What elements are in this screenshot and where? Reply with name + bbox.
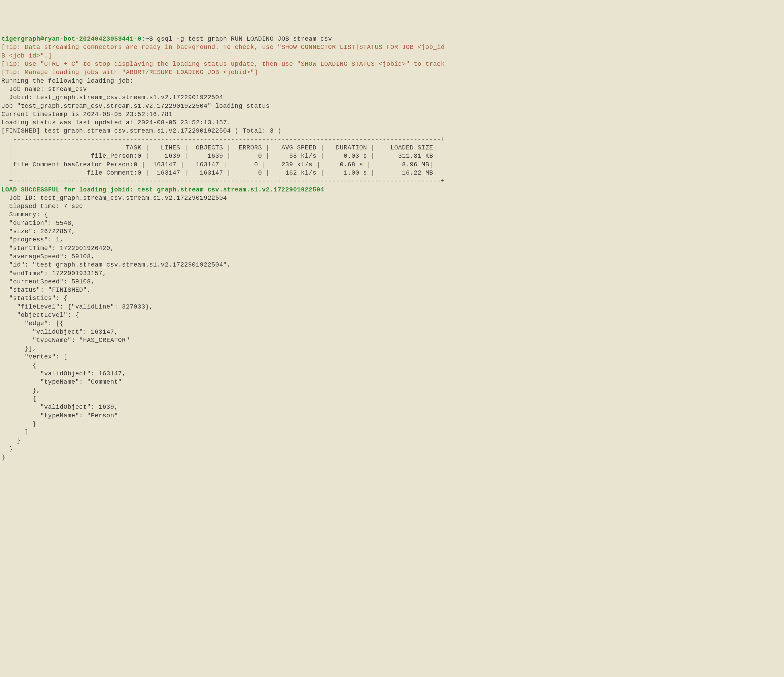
vertex-open: "vertex": [ [2, 353, 67, 360]
summary-averagespeed: "averageSpeed": 59108, [2, 253, 95, 260]
table-row-3: | file_Comment:0 | 163147 | 163147 | 0 |… [2, 169, 437, 176]
tip-line-1: [Tip: Data streaming connectors are read… [2, 44, 445, 51]
job-status: Job "test_graph.stream_csv.stream.s1.v2.… [2, 103, 270, 109]
objectlevel-close: } [2, 437, 21, 444]
prompt-separator: : [142, 36, 145, 42]
objectlevel-open: "objectLevel": { [2, 312, 79, 318]
tip-line-4: [Tip: Manage loading jobs with "ABORT/RE… [2, 69, 258, 76]
summary-open: Summary: { [2, 211, 48, 218]
edge-typename: "typeName": "HAS_CREATOR" [2, 337, 130, 344]
table-border-bottom: +---------------------------------------… [2, 178, 445, 184]
summary-id: "id": "test_graph.stream_csv.stream.s1.v… [2, 261, 231, 268]
summary-duration: "duration": 5548, [2, 220, 75, 226]
vertex1-open: { [2, 362, 36, 369]
summary-currentspeed: "currentSpeed": 59108, [2, 278, 95, 285]
edge-close: }], [2, 345, 36, 352]
table-header: | TASK | LINES | OBJECTS | ERRORS | AVG … [2, 144, 437, 151]
edge-validobject: "validObject": 163147, [2, 329, 118, 335]
summary-progress: "progress": 1, [2, 236, 64, 243]
running-header: Running the following loading job: [2, 78, 134, 84]
terminal-output: tigergraph@ryan-bot-20240423053441-0:~$ … [2, 35, 782, 462]
tip-line-3: [Tip: Use "CTRL + C" to stop displaying … [2, 61, 445, 67]
summary-size: "size": 26722857, [2, 228, 75, 235]
summary-close: } [2, 454, 5, 461]
loading-status-updated: Loading status was last updated at 2024-… [2, 119, 231, 126]
table-border-top: +---------------------------------------… [2, 136, 445, 143]
prompt-user: tigergraph@ryan-bot-20240423053441-0 [2, 36, 142, 42]
vertex1-validobject: "validObject": 163147, [2, 370, 126, 377]
command-text: gsql -g test_graph RUN LOADING JOB strea… [157, 36, 332, 42]
job-id: Jobid: test_graph.stream_csv.stream.s1.v… [2, 94, 223, 101]
current-timestamp: Current timestamp is 2024-08-05 23:52:16… [2, 111, 173, 118]
summary-endtime: "endTime": 1722901933157, [2, 270, 106, 277]
summary-starttime: "startTime": 1722901926420, [2, 245, 114, 252]
vertex2-close: } [2, 420, 36, 427]
detail-elapsed: Elapsed time: 7 sec [2, 203, 83, 210]
job-name: Job name: stream_csv [2, 86, 87, 93]
vertex-close: ] [2, 429, 28, 435]
vertex2-typename: "typeName": "Person" [2, 412, 118, 419]
vertex1-typename: "typeName": "Comment" [2, 378, 122, 385]
tip-line-2: B <job_id>".] [2, 52, 52, 59]
statistics-close: } [2, 446, 13, 452]
vertex2-open: { [2, 395, 36, 402]
prompt-path: ~ [145, 36, 149, 42]
prompt-dollar: $ [149, 36, 157, 42]
vertex1-close: }, [2, 387, 40, 394]
finished-status: [FINISHED] test_graph.stream_csv.stream.… [2, 128, 282, 134]
table-row-1: | file_Person:0 | 1639 | 1639 | 0 | 58 k… [2, 153, 437, 159]
table-row-2: |file_Comment_hasCreator_Person:0 | 1631… [2, 161, 433, 168]
statistics-open: "statistics": { [2, 295, 67, 302]
summary-status: "status": "FINISHED", [2, 287, 91, 293]
detail-jobid: Job ID: test_graph.stream_csv.stream.s1.… [2, 195, 227, 201]
edge-open: "edge": [{ [2, 320, 64, 327]
load-successful-message: LOAD SUCCESSFUL for loading jobid: test_… [2, 186, 324, 193]
vertex2-validobject: "validObject": 1639, [2, 404, 118, 410]
filelevel: "fileLevel": {"validLine": 327933}, [2, 303, 153, 310]
